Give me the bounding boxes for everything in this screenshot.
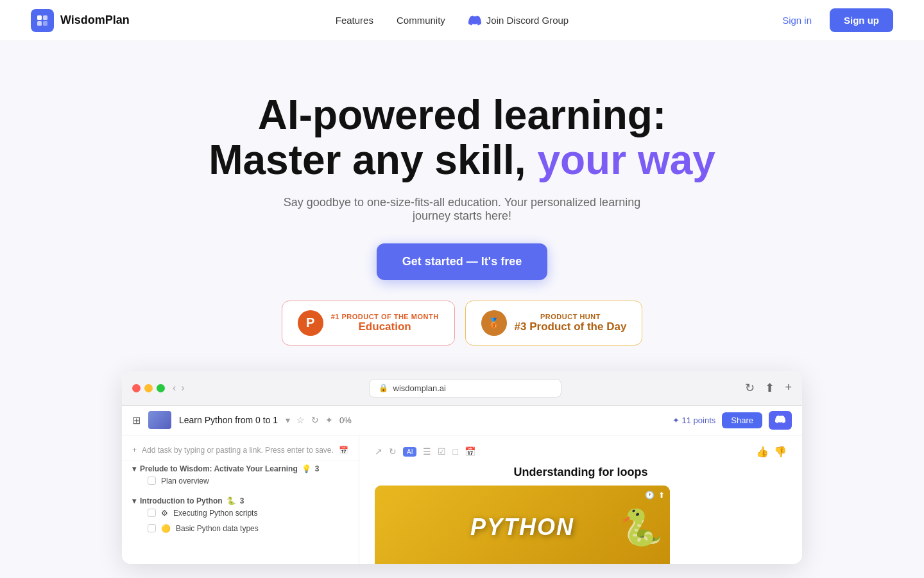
task-item-3: 🟡 Basic Python data types	[132, 521, 348, 536]
badge-month-bottom: Education	[331, 320, 439, 333]
dot-maximize	[157, 384, 165, 392]
badges-row: P #1 PRODUCT OF THE MONTH Education 🥉 PR…	[282, 301, 643, 346]
content-right-icons: 👍 👎	[756, 446, 787, 458]
checkbox-1[interactable]	[148, 477, 156, 485]
badge-ph-icon: P	[298, 310, 323, 336]
browser-mockup: ‹ › 🔒 wisdomplan.ai ↻ ⬆ + ⊞ Learn Python…	[122, 371, 802, 564]
cta-button[interactable]: Get started — It's free	[377, 243, 547, 280]
refresh-icon: ↻	[311, 415, 319, 425]
badge-month-top: #1 PRODUCT OF THE MONTH	[331, 313, 439, 320]
task-1-label: Plan overview	[161, 477, 209, 486]
progress-text: 0%	[339, 416, 352, 425]
hero-title-highlight: your way	[537, 137, 715, 183]
browser-dots	[132, 384, 165, 392]
chevron-down-icon: ▾	[286, 415, 290, 425]
task-2-label: ⚙	[161, 509, 168, 518]
thumbdown-icon: 👎	[774, 446, 787, 458]
nav-features[interactable]: Features	[336, 15, 373, 26]
square-icon: □	[452, 446, 458, 457]
content-toolbar: ↗ ↻ AI ☰ ☑ □ 📅 👍 👎	[375, 446, 787, 458]
badge-product-day: 🥉 PRODUCT HUNT #3 Product of the Day	[465, 301, 643, 346]
brand-name: WisdomPlan	[60, 13, 130, 27]
badge-day-bottom: #3 Product of the Day	[515, 320, 627, 333]
content-panel: ↗ ↻ AI ☰ ☑ □ 📅 👍 👎 Understanding for loo…	[359, 435, 802, 564]
address-bar: 🔒 wisdomplan.ai	[369, 379, 561, 398]
section-1-title: ▾ Prelude to Wisdom: Activate Your Learn…	[132, 464, 348, 473]
hero-title-line1: AI-powered learning:	[258, 92, 667, 138]
add-task-bar[interactable]: + Add task by typing or pasting a link. …	[122, 441, 359, 460]
badge-day-top: PRODUCT HUNT	[515, 313, 627, 320]
checkbox-3[interactable]	[148, 524, 156, 532]
reload-content-icon: ↻	[389, 446, 397, 457]
points-text: ✦ 11 points	[672, 416, 715, 425]
sparkle-icon: ✦	[325, 415, 333, 425]
dot-minimize	[144, 384, 153, 392]
task-2-text: Executing Python scripts	[173, 509, 257, 518]
url-text: wisdomplan.ai	[393, 383, 446, 393]
nav-discord[interactable]: Join Discord Group	[468, 14, 569, 27]
video-thumbnail: PYTHON 🐍 🕐 ⬆	[375, 486, 670, 564]
video-overlay: 🕐 ⬆	[645, 491, 665, 500]
nav-right: Sign in Sign up	[774, 8, 893, 32]
toolbar-right: ✦ 11 points Share	[672, 411, 792, 430]
menu-icon: ☰	[423, 446, 431, 457]
expand-icon: ↗	[375, 446, 382, 457]
hero-title-line2-plain: Master any skill,	[209, 137, 526, 183]
new-tab-icon: +	[785, 381, 792, 395]
forward-icon: ›	[181, 382, 184, 394]
reload-icon: ↻	[745, 381, 755, 395]
badge-ph-text: #1 PRODUCT OF THE MONTH Education	[331, 313, 439, 333]
signup-button[interactable]: Sign up	[830, 8, 893, 32]
share-button[interactable]: Share	[722, 412, 762, 428]
badge-product-month: P #1 PRODUCT OF THE MONTH Education	[282, 301, 455, 346]
browser-content: + Add task by typing or pasting a link. …	[122, 435, 802, 564]
course-thumbnail	[148, 411, 171, 429]
svg-rect-0	[37, 15, 42, 20]
nav-community[interactable]: Community	[397, 15, 445, 26]
checkbox-2[interactable]	[148, 509, 156, 517]
sidebar-panel: + Add task by typing or pasting a link. …	[122, 435, 359, 564]
share-browser-icon: ⬆	[765, 381, 774, 395]
course-title: Learn Python from 0 to 1	[179, 415, 278, 425]
section-2-title: ▾ Introduction to Python 🐍 3	[132, 496, 348, 505]
hero-section: AI-powered learning: Master any skill, y…	[0, 41, 924, 578]
task-3-text: Basic Python data types	[176, 524, 259, 533]
nav-center: Features Community Join Discord Group	[336, 14, 569, 27]
thumbup-icon: 👍	[756, 446, 769, 458]
python-logo: 🐍	[619, 506, 663, 548]
badge-day-text: PRODUCT HUNT #3 Product of the Day	[515, 313, 627, 333]
svg-rect-1	[43, 15, 47, 20]
task-item-1: Plan overview	[132, 473, 348, 489]
content-title: Understanding for loops	[375, 466, 787, 479]
cal-icon: 📅	[465, 446, 475, 457]
dot-close	[132, 384, 141, 392]
hero-subtitle: Say goodbye to one-size-fits-all educati…	[270, 196, 654, 223]
discord-icon	[468, 14, 481, 27]
star-icon: ☆	[296, 415, 305, 425]
check-icon: ☑	[438, 446, 446, 457]
toolbar-icons: ▾ ☆ ↻ ✦ 0%	[286, 415, 352, 425]
badge-ph3-icon: 🥉	[481, 310, 507, 336]
logo[interactable]: WisdomPlan	[31, 9, 130, 32]
task-3-icon: 🟡	[161, 524, 171, 533]
task-item-2: ⚙ Executing Python scripts	[132, 505, 348, 521]
lock-icon: 🔒	[379, 383, 388, 392]
discord-button[interactable]	[769, 411, 792, 430]
svg-rect-3	[43, 21, 47, 26]
video-text: PYTHON	[470, 514, 574, 541]
svg-rect-2	[37, 21, 42, 26]
grid-icon: ⊞	[132, 414, 141, 426]
logo-icon	[31, 9, 54, 32]
hero-title: AI-powered learning: Master any skill, y…	[209, 92, 715, 183]
browser-chrome: ‹ › 🔒 wisdomplan.ai ↻ ⬆ +	[122, 371, 802, 406]
browser-actions: ↻ ⬆ +	[745, 381, 792, 395]
browser-toolbar: ⊞ Learn Python from 0 to 1 ▾ ☆ ↻ ✦ 0% ✦ …	[122, 406, 802, 435]
calendar-icon: 📅	[339, 446, 348, 455]
back-icon: ‹	[173, 382, 176, 394]
discord-label: Join Discord Group	[486, 15, 569, 26]
signin-button[interactable]: Sign in	[774, 10, 819, 31]
browser-nav-buttons: ‹ ›	[173, 382, 185, 394]
ai-badge: AI	[403, 447, 416, 457]
sidebar-section-2: ▾ Introduction to Python 🐍 3 ⚙ Executing…	[122, 493, 359, 540]
add-task-text: Add task by typing or pasting a link. Pr…	[142, 446, 334, 455]
